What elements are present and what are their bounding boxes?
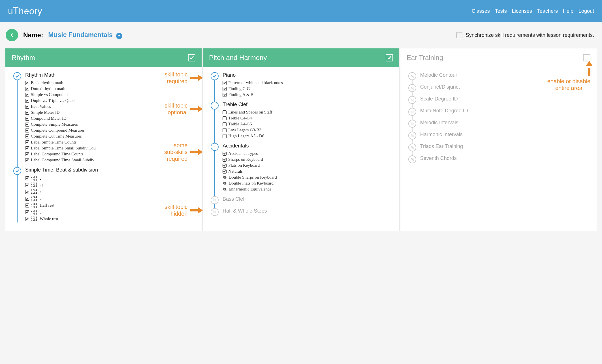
time-signature-icon: 2 3 44 4 4 bbox=[31, 182, 37, 188]
topic-title[interactable]: Scale-Degree ID bbox=[420, 96, 593, 102]
skill-checkbox[interactable] bbox=[25, 140, 29, 144]
class-dropdown-button[interactable] bbox=[116, 33, 122, 39]
check-icon bbox=[189, 56, 194, 60]
topic-title[interactable]: Melodic Contour bbox=[420, 72, 593, 78]
topic-marker-hidden[interactable] bbox=[408, 96, 416, 104]
area-toggle-pitch[interactable] bbox=[386, 54, 393, 61]
topic-content: Scale-Degree ID bbox=[420, 96, 593, 104]
skill-checkbox[interactable] bbox=[25, 117, 29, 121]
area-toggle-rhythm[interactable] bbox=[188, 54, 195, 61]
skill-item: Label Simple Time Small Subdiv Cou bbox=[25, 145, 198, 151]
topic-title[interactable]: Conjunct/Disjunct bbox=[420, 84, 593, 90]
topic-marker-hidden[interactable] bbox=[211, 196, 219, 204]
skill-checkbox[interactable] bbox=[25, 146, 29, 150]
skill-checkbox[interactable] bbox=[223, 128, 227, 132]
skill-item: Accidental Types bbox=[223, 151, 395, 157]
sync-checkbox[interactable] bbox=[456, 32, 462, 38]
topic-title[interactable]: Treble Clef bbox=[223, 102, 395, 108]
nav-logout[interactable]: Logout bbox=[578, 8, 594, 14]
skill-label: High Legers A5 - D6 bbox=[228, 134, 264, 138]
skill-checkbox[interactable] bbox=[25, 123, 29, 127]
skill-checkbox[interactable] bbox=[223, 93, 227, 97]
skill-checkbox[interactable] bbox=[25, 197, 29, 201]
topic-marker-hidden[interactable] bbox=[408, 84, 416, 92]
topic-marker-hidden[interactable] bbox=[408, 108, 416, 116]
topic-marker-hidden[interactable] bbox=[408, 144, 416, 151]
skill-checkbox[interactable] bbox=[25, 152, 29, 156]
skill-checkbox[interactable] bbox=[223, 81, 227, 85]
skill-checkbox[interactable] bbox=[223, 170, 227, 174]
topic-content: Simple Time: Beat & subdivision2 3 44 4 … bbox=[25, 167, 198, 222]
skill-checkbox[interactable] bbox=[25, 134, 29, 138]
topic-title[interactable]: Triads Ear Training bbox=[420, 144, 593, 149]
topic-title[interactable]: Multi-Note Degree ID bbox=[420, 108, 593, 114]
topic-title[interactable]: Seventh Chords bbox=[420, 155, 593, 161]
skill-checkbox[interactable] bbox=[223, 134, 227, 138]
skill-checkbox[interactable] bbox=[223, 164, 227, 168]
skill-hidden-icon[interactable] bbox=[223, 175, 227, 179]
topic-title[interactable]: Piano bbox=[223, 72, 395, 78]
skill-label: Double Flats on Keyboard bbox=[229, 181, 274, 186]
skill-checkbox[interactable] bbox=[25, 129, 29, 132]
topic-content: Conjunct/Disjunct bbox=[420, 84, 593, 92]
topic-marker-hidden[interactable] bbox=[408, 132, 416, 140]
area-toggle-ear[interactable] bbox=[583, 54, 590, 61]
skill-checkbox[interactable] bbox=[25, 176, 29, 180]
skill-checkbox[interactable] bbox=[25, 87, 29, 91]
skill-label: Pattern of white and black notes bbox=[228, 80, 283, 85]
skill-checkbox[interactable] bbox=[223, 122, 227, 126]
topic-title[interactable]: Simple Time: Beat & subdivision bbox=[25, 167, 198, 173]
nav-licenses[interactable]: Licenses bbox=[512, 8, 532, 14]
skill-hidden-icon[interactable] bbox=[223, 187, 227, 191]
topic-marker-partial[interactable] bbox=[211, 143, 219, 151]
skill-checkbox[interactable] bbox=[25, 99, 29, 103]
name-label: Name: bbox=[23, 31, 43, 39]
topic-marker-hidden[interactable] bbox=[408, 155, 416, 163]
topic-marker-optional[interactable] bbox=[211, 102, 219, 110]
skill-checkbox[interactable] bbox=[223, 110, 227, 114]
topic-marker-hidden[interactable] bbox=[211, 208, 219, 216]
topic-title[interactable]: Bass Clef bbox=[223, 196, 395, 202]
nav-tests[interactable]: Tests bbox=[495, 8, 507, 14]
topic-marker-required[interactable] bbox=[13, 72, 21, 80]
skill-checkbox[interactable] bbox=[25, 158, 29, 162]
skill-checkbox[interactable] bbox=[25, 204, 29, 207]
skill-label: Duple vs. Triple vs. Quad bbox=[31, 98, 74, 103]
back-button[interactable] bbox=[6, 29, 18, 41]
skill-checkbox[interactable] bbox=[25, 190, 29, 194]
skill-item: 2 3 44 4 4𝅗𝅥 bbox=[25, 195, 198, 202]
topic-title[interactable]: Accidentals bbox=[223, 143, 395, 149]
skill-checkbox[interactable] bbox=[223, 116, 227, 120]
topic-title[interactable]: Rhythm Math bbox=[25, 72, 198, 78]
skill-label: Double Sharps on Keyboard bbox=[229, 175, 277, 180]
topic-marker-required[interactable] bbox=[211, 72, 219, 80]
skill-label: Lines and Spaces on Staff bbox=[228, 110, 272, 115]
nav-help[interactable]: Help bbox=[563, 8, 573, 14]
skill-checkbox[interactable] bbox=[25, 217, 29, 221]
skill-checkbox[interactable] bbox=[25, 105, 29, 109]
skill-checkbox[interactable] bbox=[25, 210, 29, 214]
skill-item: Simple vs Compound bbox=[25, 92, 198, 98]
skill-hidden-icon[interactable] bbox=[223, 181, 227, 185]
topic-title[interactable]: Melodic Intervals bbox=[420, 120, 593, 126]
skill-item: High Legers A5 - D6 bbox=[223, 133, 395, 139]
skill-checkbox[interactable] bbox=[223, 158, 227, 162]
class-name[interactable]: Music Fundamentals bbox=[48, 31, 112, 38]
skill-checkbox[interactable] bbox=[25, 183, 29, 187]
skill-checkbox[interactable] bbox=[223, 152, 227, 156]
topic-title[interactable]: Harmonic Intervals bbox=[420, 132, 593, 138]
topic-marker-hidden[interactable] bbox=[408, 72, 416, 80]
column-rhythm: Rhythm Rhythm MathBasic rhythm mathDotte… bbox=[5, 48, 202, 231]
skill-checkbox[interactable] bbox=[223, 87, 227, 91]
skill-checkbox[interactable] bbox=[25, 81, 29, 85]
skill-label: Accidental Types bbox=[228, 151, 258, 156]
skill-checkbox[interactable] bbox=[25, 93, 29, 97]
skill-label: Label Compound Time Small Subdiv bbox=[31, 158, 94, 162]
skill-label: Sharps on Keyboard bbox=[228, 157, 263, 162]
topic-marker-required[interactable] bbox=[13, 167, 21, 175]
skill-checkbox[interactable] bbox=[25, 111, 29, 115]
topic-marker-hidden[interactable] bbox=[408, 120, 416, 128]
topic-title[interactable]: Half & Whole Steps bbox=[223, 208, 395, 214]
nav-teachers[interactable]: Teachers bbox=[537, 8, 558, 14]
nav-classes[interactable]: Classes bbox=[472, 8, 490, 14]
